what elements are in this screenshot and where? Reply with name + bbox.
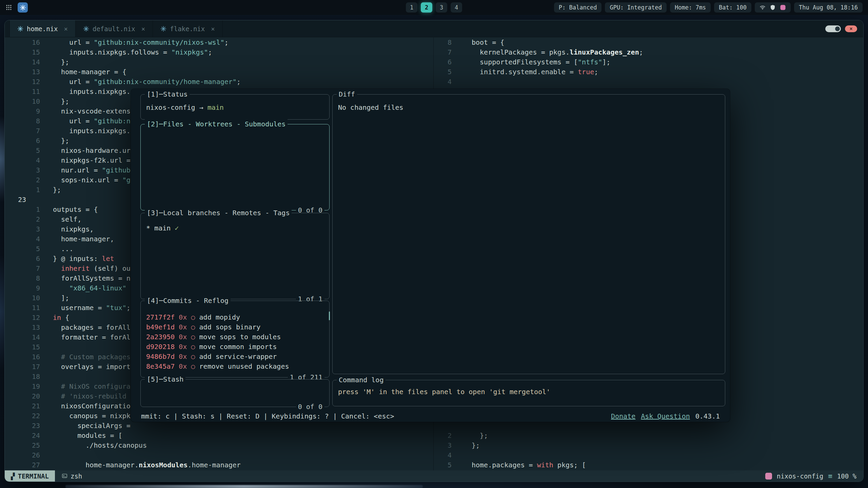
line-number: 15 — [18, 342, 40, 352]
lazygit-stash-panel[interactable]: [5]─Stash 0 of 0 — [140, 379, 330, 407]
tabbar-tabs: home.nix×default.nix×flake.nix× — [5, 20, 223, 37]
code-line[interactable]: 7 kernelPackages = pkgs.linuxPackages_ze… — [438, 47, 643, 57]
close-icon[interactable]: × — [141, 25, 145, 33]
code-line[interactable]: 12 url = "github:nix-community/home-mana… — [18, 77, 241, 87]
workspace-button-4[interactable]: 4 — [451, 2, 462, 13]
code-text: self, — [53, 215, 81, 224]
commit-row[interactable]: 2a23950 0x ○ move sops to modules — [146, 332, 324, 342]
code-text: nixosConfiguratio — [53, 401, 131, 411]
statusline: ▞ TERMINAL zsh nixos-config ≡ 100 % — [5, 470, 863, 482]
status-modules: P: BalancedGPU: IntegratedHome: 7msBat: … — [554, 2, 751, 13]
line-number: 10 — [18, 293, 40, 303]
line-number: 11 — [18, 303, 40, 313]
donate-link[interactable]: Donate — [611, 411, 635, 421]
commit-message: add mopidy — [199, 313, 240, 321]
workspace-button-3[interactable]: 3 — [436, 2, 447, 13]
code-line[interactable]: 5 initrd.systemd.enable = true; — [438, 67, 643, 77]
code-text: # 'nixos-rebuild — [53, 391, 126, 401]
lazygit-files-panel[interactable]: [2]─Files - Worktrees - Submodules 0 of … — [140, 124, 330, 210]
code-line[interactable]: 27 home-manager.nixosModules.home-manage… — [18, 460, 241, 470]
code-line[interactable]: 15 inputs.nixpkgs.follows = "nixpkgs"; — [18, 47, 241, 57]
line-number: 5 — [438, 67, 452, 77]
commit-row[interactable]: b49ef1d 0x ○ add sops binary — [146, 322, 324, 332]
code-line[interactable]: 4 — [438, 450, 643, 460]
code-line[interactable]: 3}; — [438, 441, 643, 450]
code-line[interactable]: 14 }; — [18, 57, 241, 67]
code-text: packages = forAll — [53, 323, 131, 332]
code-line[interactable]: 25 ./hosts/canopus — [18, 441, 241, 450]
code-text: inherit (self) ou — [53, 264, 131, 273]
ask-question-link[interactable]: Ask Question — [641, 411, 690, 421]
lazygit-status-panel[interactable]: [1]─Status nixos-config → main — [140, 94, 330, 120]
nix-logo-icon[interactable] — [18, 2, 28, 13]
code-line[interactable]: 8boot = { — [438, 38, 643, 47]
close-icon[interactable]: × — [211, 25, 215, 33]
line-number: 6 — [18, 254, 40, 264]
branch-check-icon: ✓ — [175, 224, 179, 232]
lazygit-branches-panel[interactable]: [3]─Local branches - Remotes - Tags * ma… — [140, 213, 330, 299]
commit-row[interactable]: 2717f2f 0x ○ add mopidy — [146, 312, 324, 322]
nix-snowflake-icon — [17, 26, 23, 32]
line-number: 8 — [438, 38, 452, 47]
line-number: 6 — [438, 57, 452, 67]
topbar-right: P: BalancedGPU: IntegratedHome: 7msBat: … — [554, 2, 863, 13]
tray — [755, 2, 791, 13]
diff-body: No changed files — [333, 95, 725, 374]
branch-row[interactable]: * main ✓ — [146, 223, 324, 233]
lines-icon: ≡ — [828, 472, 832, 480]
window-close-button[interactable]: × — [845, 25, 857, 32]
code-line[interactable]: 24 modules = [ — [18, 431, 241, 441]
lazygit-command-log-panel[interactable]: Command log press 'M' in the files panel… — [332, 380, 725, 406]
commit-hash: b49ef1d — [146, 323, 175, 331]
tab-home.nix[interactable]: home.nix× — [9, 20, 76, 37]
mode-label: TERMINAL — [18, 472, 49, 480]
line-number: 23 — [18, 421, 40, 431]
code-line[interactable]: 23 specialArgs = — [18, 421, 241, 431]
code-line[interactable]: 16 url = "github:nix-community/nixos-wsl… — [18, 38, 241, 47]
lazygit-version: 0.43.1 — [695, 411, 720, 421]
window-pin-toggle[interactable] — [825, 25, 841, 32]
code-text: nixos-hardware.ur — [53, 146, 131, 156]
line-number: 16 — [18, 38, 40, 47]
close-icon[interactable]: × — [64, 25, 68, 33]
tab-label: default.nix — [93, 25, 135, 33]
commit-author: 0x — [175, 313, 191, 321]
code-line[interactable] — [438, 421, 643, 431]
scroll-percent: 100 % — [837, 472, 856, 480]
commit-hash: 2717f2f — [146, 313, 175, 321]
code-line[interactable]: 4 — [438, 77, 643, 87]
code-text: }; — [53, 136, 69, 146]
workspace-button-2[interactable]: 2 — [421, 2, 432, 13]
workspace-button-1[interactable]: 1 — [406, 2, 417, 13]
code-text: "x86_64-linux" — [53, 283, 126, 293]
code-text: nix-vscode-extens — [53, 106, 131, 116]
line-number: 3 — [18, 224, 40, 234]
current-branch: main — [208, 103, 224, 111]
line-number: 13 — [18, 323, 40, 332]
code-line[interactable]: 2 }; — [438, 431, 643, 441]
code-text: ... — [53, 244, 73, 254]
line-number: 20 — [18, 391, 40, 401]
code-line[interactable]: 13 home-manager = { — [18, 67, 241, 77]
lazygit-commits-panel[interactable]: [4]─Commits - Reflog 2717f2f 0x ○ add mo… — [140, 301, 330, 378]
commits-scrollbar[interactable] — [329, 311, 330, 320]
shell-buffer[interactable]: zsh — [55, 472, 89, 480]
stash-count: 0 of 0 — [296, 402, 324, 412]
commit-row[interactable]: d920218 0x ○ move common imports — [146, 342, 324, 352]
commit-row[interactable]: 9486b7d 0x ○ add service-wrapper — [146, 352, 324, 362]
line-number: 3 — [18, 165, 40, 175]
line-number: 1 — [18, 185, 40, 195]
code-line[interactable]: 6 supportedFilesystems = ["ntfs"]; — [438, 57, 643, 67]
lazygit-diff-panel[interactable]: Diff No changed files — [332, 94, 725, 374]
apps-grid-icon[interactable] — [5, 4, 12, 11]
status-module: Home: 7ms — [670, 2, 711, 13]
line-number: 6 — [18, 136, 40, 146]
commit-row[interactable]: 8e345a7 0x ○ remove unused packages — [146, 362, 324, 371]
shield-icon — [770, 4, 776, 11]
tab-flake.nix[interactable]: flake.nix× — [153, 20, 222, 37]
code-line[interactable]: 5home.packages = with pkgs; [ — [438, 460, 643, 470]
commit-graph-icon: ○ — [191, 333, 199, 341]
code-line[interactable]: 26 — [18, 450, 241, 460]
tab-default.nix[interactable]: default.nix× — [76, 20, 153, 37]
line-number: 16 — [18, 352, 40, 362]
